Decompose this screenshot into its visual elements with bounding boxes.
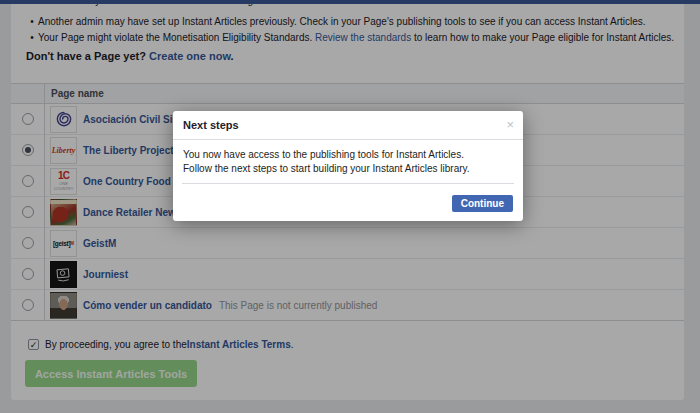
modal-header: Next steps × xyxy=(173,111,523,140)
modal-footer: Continue xyxy=(173,184,523,221)
modal-title: Next steps xyxy=(173,111,523,140)
modal-body-text: You now have access to the publishing to… xyxy=(173,140,523,183)
continue-button[interactable]: Continue xyxy=(452,195,513,212)
next-steps-modal: Next steps × You now have access to the … xyxy=(173,111,523,221)
close-icon[interactable]: × xyxy=(506,111,514,140)
